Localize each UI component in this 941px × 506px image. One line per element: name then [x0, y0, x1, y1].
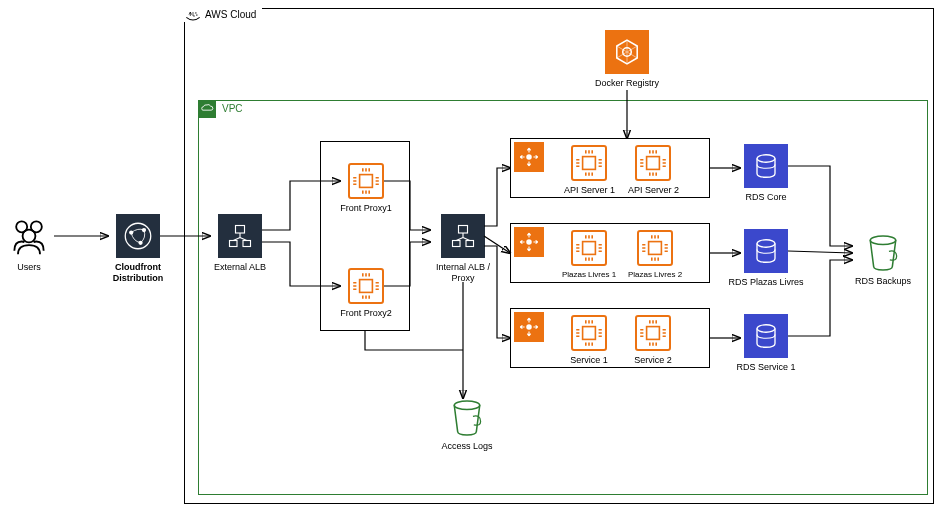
row2-rds-label: RDS Plazas Livres	[728, 277, 804, 288]
svg-point-28	[454, 401, 480, 410]
row1-server2-icon	[635, 145, 671, 181]
row2-server2: Plazas Livres 2	[626, 230, 684, 280]
row3-server1-label: Service 1	[564, 355, 614, 366]
svg-rect-8	[230, 241, 238, 247]
aws-cloud-tag: AWS Cloud	[183, 7, 262, 22]
access-logs-icon	[450, 399, 484, 437]
row3-lb-icon	[514, 312, 544, 342]
vpc-icon	[198, 100, 216, 118]
svg-point-27	[757, 325, 775, 333]
internal-alb-icon	[441, 214, 485, 258]
docker-registry-icon	[605, 30, 649, 74]
svg-rect-12	[459, 226, 468, 234]
svg-rect-13	[453, 241, 461, 247]
row1-rds-icon	[744, 144, 788, 188]
svg-rect-14	[466, 241, 474, 247]
svg-point-20	[526, 239, 532, 245]
users-label: Users	[4, 262, 54, 273]
svg-point-24	[526, 324, 532, 330]
row3-rds-icon	[744, 314, 788, 358]
aws-cloud-label: AWS Cloud	[205, 9, 256, 20]
svg-rect-18	[647, 157, 660, 170]
row2-lb-icon	[514, 227, 544, 257]
front-proxy2-node: Front Proxy2	[344, 268, 388, 319]
internal-alb-label: Internal ALB / Proxy	[430, 262, 496, 284]
svg-rect-7	[236, 226, 245, 234]
row1-rds: RDS Core	[736, 144, 796, 203]
row2-server1-label: Plazas Livres 1	[560, 270, 618, 280]
vpc-tag: VPC	[198, 100, 251, 117]
row3-server2-icon	[635, 315, 671, 351]
row1-rds-label: RDS Core	[736, 192, 796, 203]
internal-alb-node: Internal ALB / Proxy	[430, 214, 496, 284]
svg-rect-22	[649, 242, 662, 255]
row1-lb-icon	[514, 142, 544, 172]
front-proxy1-icon	[348, 163, 384, 199]
row1-server2: API Server 2	[628, 145, 678, 196]
row2-server1-icon	[571, 230, 607, 266]
row3-server2-label: Service 2	[628, 355, 678, 366]
external-alb-label: External ALB	[210, 262, 270, 273]
svg-rect-21	[583, 242, 596, 255]
external-alb-icon	[218, 214, 262, 258]
row2-server2-label: Plazas Livres 2	[626, 270, 684, 280]
row2-server1: Plazas Livres 1	[560, 230, 618, 280]
rds-backups-icon	[866, 234, 900, 272]
vpc-label: VPC	[222, 103, 243, 114]
cloudfront-node: Cloudfront Distribution	[108, 214, 168, 284]
row2-server2-icon	[637, 230, 673, 266]
svg-rect-11	[360, 280, 373, 293]
aws-logo-icon	[185, 9, 201, 23]
svg-rect-10	[360, 175, 373, 188]
row3-rds: RDS Service 1	[734, 314, 798, 373]
svg-point-23	[757, 240, 775, 248]
row3-server1: Service 1	[564, 315, 614, 366]
row2-rds: RDS Plazas Livres	[728, 229, 804, 288]
row3-lb	[514, 312, 544, 342]
docker-registry-label: Docker Registry	[592, 78, 662, 89]
row1-lb	[514, 142, 544, 172]
rds-backups-node: RDS Backups	[853, 234, 913, 287]
users-icon	[7, 214, 51, 258]
row1-server1: API Server 1	[564, 145, 614, 196]
svg-rect-25	[583, 327, 596, 340]
row2-lb	[514, 227, 544, 257]
cloudfront-icon	[116, 214, 160, 258]
row2-rds-icon	[744, 229, 788, 273]
front-proxy1-label: Front Proxy1	[334, 203, 398, 214]
front-proxy2-icon	[348, 268, 384, 304]
row1-server2-label: API Server 2	[628, 185, 678, 196]
front-proxy2-label: Front Proxy2	[334, 308, 398, 319]
svg-rect-17	[583, 157, 596, 170]
svg-rect-9	[243, 241, 251, 247]
rds-backups-label: RDS Backups	[853, 276, 913, 287]
users-node: Users	[4, 214, 54, 273]
row3-rds-label: RDS Service 1	[734, 362, 798, 373]
row3-server1-icon	[571, 315, 607, 351]
cloudfront-label: Cloudfront Distribution	[108, 262, 168, 284]
row1-server1-icon	[571, 145, 607, 181]
svg-rect-26	[647, 327, 660, 340]
svg-point-19	[757, 155, 775, 163]
svg-point-16	[526, 154, 532, 160]
access-logs-label: Access Logs	[440, 441, 494, 452]
row3-server2: Service 2	[628, 315, 678, 366]
svg-point-2	[23, 230, 36, 243]
svg-point-29	[870, 236, 896, 245]
row1-server1-label: API Server 1	[564, 185, 614, 196]
access-logs-node: Access Logs	[440, 399, 494, 452]
front-proxy1-node: Front Proxy1	[344, 163, 388, 214]
docker-registry-node: Docker Registry	[592, 30, 662, 89]
svg-point-3	[125, 223, 151, 249]
external-alb-node: External ALB	[210, 214, 270, 273]
